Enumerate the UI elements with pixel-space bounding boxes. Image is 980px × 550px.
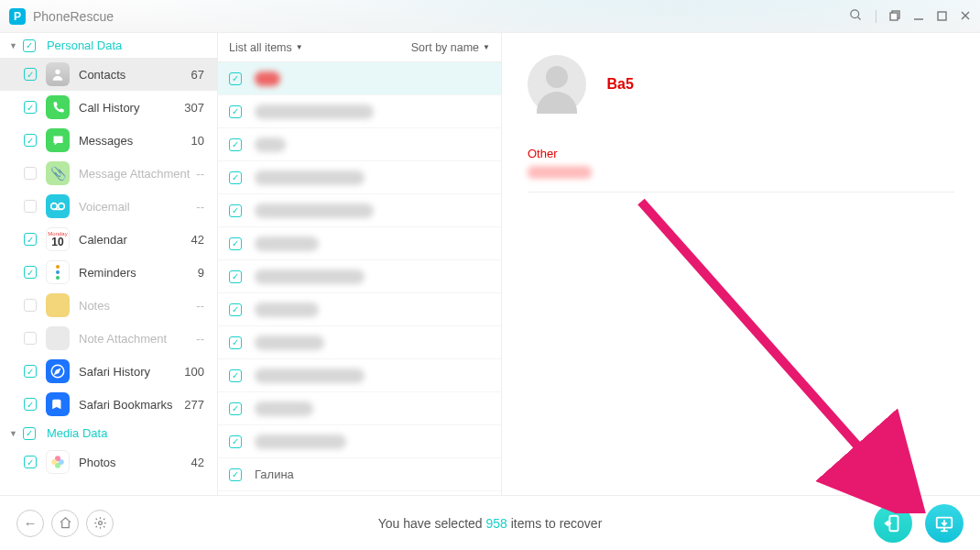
svg-rect-5: [938, 12, 946, 20]
sidebar-item-count: --: [196, 167, 208, 181]
home-button[interactable]: [51, 510, 79, 537]
checkbox[interactable]: ✓: [24, 68, 37, 81]
recover-to-device-button[interactable]: [874, 504, 912, 543]
checkbox[interactable]: ✓: [229, 204, 242, 217]
restore-down-icon[interactable]: [889, 9, 900, 24]
recover-to-computer-button[interactable]: [925, 504, 964, 543]
list-row[interactable]: ✓: [218, 293, 501, 326]
row-name-redacted: [255, 434, 346, 449]
row-name-redacted: [255, 236, 319, 251]
sidebar-item-count: 67: [191, 68, 208, 82]
sidebar-item-calendar[interactable]: ✓Monday10Calendar42: [0, 223, 217, 256]
group-header-1[interactable]: ▼✓Media Data: [0, 421, 217, 446]
checkbox[interactable]: ✓: [229, 237, 242, 250]
checkbox[interactable]: ✓: [24, 266, 37, 279]
checkbox[interactable]: ✓: [229, 468, 242, 481]
sidebar-item-label: Message Attachment: [79, 167, 196, 181]
back-button[interactable]: ←: [16, 510, 44, 537]
checkbox[interactable]: ✓: [24, 134, 37, 147]
sidebar-item-contacts[interactable]: ✓Contacts67: [0, 58, 217, 91]
svg-rect-3: [890, 13, 898, 20]
search-icon[interactable]: [849, 8, 863, 25]
row-name-redacted: [255, 368, 365, 383]
list-row[interactable]: ✓: [218, 62, 501, 95]
avatar: [528, 55, 586, 114]
list-row[interactable]: ✓: [218, 227, 501, 260]
checkbox[interactable]: ✓: [23, 39, 36, 52]
list-body[interactable]: ✓✓✓✓✓✓✓✓✓✓✓✓✓Галина: [218, 62, 501, 495]
field-value-redacted: [528, 166, 592, 179]
checkbox[interactable]: ✓: [229, 369, 242, 382]
sidebar-item-count: --: [196, 299, 208, 313]
svg-line-1: [857, 16, 860, 19]
checkbox[interactable]: ✓: [24, 456, 37, 468]
maximize-icon[interactable]: [937, 9, 947, 24]
list-row[interactable]: ✓: [218, 359, 501, 392]
sidebar-item-count: 307: [184, 101, 208, 115]
row-name-redacted: [255, 104, 374, 119]
row-name-redacted: [255, 204, 374, 218]
checkbox[interactable]: ✓: [229, 435, 242, 448]
checkbox: [24, 167, 37, 180]
sidebar-item-count: 277: [184, 398, 208, 412]
noteatt-icon: [46, 326, 70, 350]
checkbox[interactable]: ✓: [229, 138, 242, 151]
sidebar-item-messages[interactable]: ✓Messages10: [0, 124, 217, 157]
checkbox[interactable]: ✓: [229, 336, 242, 349]
sidebar-item-count: --: [196, 200, 208, 214]
sidebar-item-label: Voicemail: [79, 200, 196, 214]
checkbox[interactable]: ✓: [24, 101, 37, 114]
sidebar-item-notes: Notes--: [0, 289, 217, 322]
checkbox[interactable]: ✓: [229, 171, 242, 184]
row-name-redacted: [255, 72, 280, 86]
list-pane: List all items▼ Sort by name▼ ✓✓✓✓✓✓✓✓✓✓…: [218, 33, 502, 495]
sidebar-item-callhistory[interactable]: ✓Call History307: [0, 91, 217, 124]
list-row[interactable]: ✓: [218, 95, 501, 128]
sidebar-item-safarihist[interactable]: ✓Safari History100: [0, 355, 217, 388]
reminders-icon: [46, 260, 70, 284]
sidebar-item-photos[interactable]: ✓Photos42: [0, 446, 217, 478]
list-row[interactable]: ✓: [218, 425, 501, 458]
sidebar-item-label: Messages: [79, 134, 191, 148]
list-row[interactable]: ✓: [218, 194, 501, 227]
contact-name: Ba5: [606, 76, 633, 93]
checkbox: [24, 332, 37, 345]
safarihist-icon: [46, 359, 70, 383]
list-row[interactable]: ✓: [218, 260, 501, 293]
settings-button[interactable]: [86, 510, 114, 537]
list-row[interactable]: ✓: [218, 161, 501, 194]
checkbox[interactable]: ✓: [24, 398, 37, 411]
list-row[interactable]: ✓: [218, 326, 501, 359]
sidebar-item-label: Contacts: [79, 68, 191, 82]
checkbox[interactable]: ✓: [229, 402, 242, 415]
sidebar-item-safaribook[interactable]: ✓Safari Bookmarks277: [0, 388, 217, 421]
filter-dropdown[interactable]: List all items▼: [229, 41, 303, 54]
svg-point-8: [55, 70, 60, 74]
checkbox: [24, 299, 37, 312]
list-row[interactable]: ✓Галина: [218, 458, 501, 491]
checkbox[interactable]: ✓: [24, 233, 37, 246]
sidebar-item-count: --: [196, 332, 208, 346]
checkbox[interactable]: ✓: [23, 427, 36, 440]
close-icon[interactable]: [960, 9, 971, 24]
row-name-redacted: [255, 270, 365, 284]
list-row[interactable]: ✓: [218, 128, 501, 161]
checkbox[interactable]: ✓: [24, 365, 37, 378]
sort-dropdown[interactable]: Sort by name▼: [411, 41, 490, 54]
group-header-0[interactable]: ▼✓Personal Data: [0, 33, 217, 58]
app-title: PhoneRescue: [33, 9, 114, 24]
sidebar-item-label: Safari Bookmarks: [79, 398, 184, 412]
checkbox[interactable]: ✓: [229, 270, 242, 283]
sidebar-item-reminders[interactable]: ✓Reminders9: [0, 256, 217, 289]
sidebar-item-label: Photos: [79, 456, 191, 469]
row-name-redacted: [255, 336, 324, 350]
row-name-redacted: [255, 302, 319, 317]
row-name-redacted: [255, 138, 286, 152]
checkbox[interactable]: ✓: [229, 105, 242, 118]
checkbox[interactable]: ✓: [229, 303, 242, 316]
messages-icon: [46, 128, 70, 152]
minimize-icon[interactable]: [913, 9, 924, 24]
checkbox[interactable]: ✓: [229, 72, 242, 85]
list-row[interactable]: ✓: [218, 392, 501, 425]
contacts-icon: [46, 62, 70, 86]
